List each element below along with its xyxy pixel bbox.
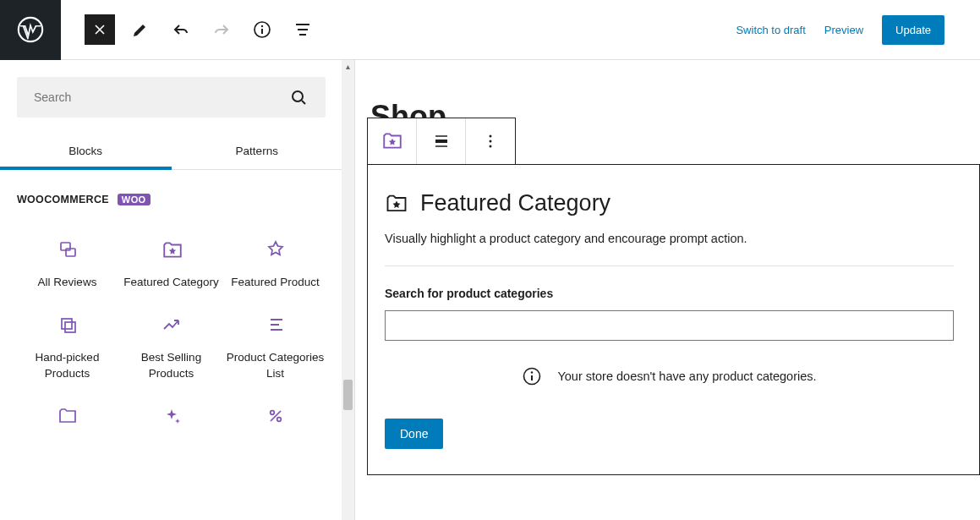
svg-rect-6 — [62, 319, 72, 329]
svg-point-12 — [490, 140, 492, 143]
block-categories-list[interactable]: Product Categories List — [225, 315, 326, 382]
search-categories-label: Search for product categories — [385, 287, 954, 300]
percent-icon — [266, 406, 286, 426]
blocks-grid: All Reviews Featured Category Featured P… — [17, 239, 326, 441]
sidebar-scrollbar[interactable]: ▴ — [342, 60, 354, 520]
block-hand-picked[interactable]: Hand-picked Products — [17, 315, 118, 382]
woo-badge: Woo — [118, 194, 151, 205]
block-best-selling[interactable]: Best Selling Products — [121, 315, 222, 382]
align-button[interactable] — [417, 118, 466, 164]
undo-button[interactable] — [166, 14, 196, 45]
block-item[interactable] — [17, 406, 118, 441]
editor-canvas: Shop Featured Category Visually highligh… — [355, 60, 980, 520]
tab-blocks[interactable]: Blocks — [0, 133, 172, 169]
search-icon — [288, 87, 309, 107]
edit-tool-button[interactable] — [125, 14, 156, 45]
placeholder-description: Visually highlight a product category an… — [385, 232, 954, 266]
block-label: Hand-picked Products — [17, 350, 118, 382]
empty-state: Your store doesn't have any product cate… — [385, 366, 954, 386]
block-search[interactable] — [17, 77, 326, 118]
placeholder-header: Featured Category — [385, 190, 954, 216]
scroll-up-arrow[interactable]: ▴ — [342, 60, 354, 73]
svg-point-0 — [19, 18, 42, 41]
block-label: Product Categories List — [225, 350, 326, 382]
empty-message: Your store doesn't have any product cate… — [557, 369, 816, 383]
info-icon — [522, 366, 542, 386]
block-label: Featured Category — [123, 275, 219, 291]
woocommerce-category-header: WOOCOMMERCE Woo — [17, 194, 326, 205]
block-label: Best Selling Products — [121, 350, 222, 382]
featured-category-icon — [162, 239, 182, 260]
more-options-button[interactable] — [466, 118, 515, 164]
featured-category-placeholder: Featured Category Visually highlight a p… — [367, 164, 980, 475]
content-area: Blocks Patterns WOOCOMMERCE Woo All Revi… — [0, 60, 980, 520]
inserter-sidebar: Blocks Patterns WOOCOMMERCE Woo All Revi… — [0, 60, 355, 520]
info-button[interactable] — [247, 14, 277, 45]
folder-icon — [57, 406, 78, 426]
trending-icon — [162, 315, 182, 335]
category-search-input[interactable] — [385, 310, 954, 341]
scroll-thumb[interactable] — [343, 380, 353, 410]
sparkle-icon — [162, 406, 182, 426]
svg-point-11 — [490, 135, 492, 138]
svg-rect-7 — [65, 322, 75, 332]
featured-category-icon — [385, 192, 408, 216]
tab-patterns[interactable]: Patterns — [172, 133, 343, 169]
hand-picked-icon — [57, 315, 78, 335]
preview-button[interactable]: Preview — [824, 24, 863, 36]
redo-button[interactable] — [206, 14, 237, 45]
wordpress-logo[interactable] — [0, 0, 61, 60]
block-item[interactable] — [225, 406, 326, 441]
featured-product-icon — [266, 239, 286, 260]
block-label: Featured Product — [231, 275, 319, 291]
svg-point-3 — [293, 91, 303, 101]
close-inserter-button[interactable] — [85, 14, 115, 45]
reviews-icon — [57, 239, 78, 260]
switch-draft-button[interactable]: Switch to draft — [736, 24, 805, 36]
done-button[interactable]: Done — [385, 419, 443, 449]
svg-point-13 — [490, 145, 492, 148]
svg-rect-10 — [435, 140, 447, 143]
update-button[interactable]: Update — [882, 15, 944, 45]
placeholder-title: Featured Category — [420, 190, 610, 216]
svg-point-2 — [261, 25, 263, 27]
search-input[interactable] — [34, 90, 288, 104]
block-featured-product[interactable]: Featured Product — [225, 239, 326, 291]
inserter-tabs: Blocks Patterns — [0, 133, 342, 170]
block-toolbar — [367, 118, 516, 165]
topbar: Switch to draft Preview Update — [0, 0, 980, 60]
svg-point-8 — [270, 410, 274, 414]
toolbar-left — [61, 14, 318, 45]
block-type-button[interactable] — [368, 118, 417, 164]
block-featured-category[interactable]: Featured Category — [121, 239, 222, 291]
block-label: All Reviews — [38, 275, 97, 291]
list-view-button[interactable] — [287, 14, 318, 45]
block-item[interactable] — [121, 406, 222, 441]
toolbar-right: Switch to draft Preview Update — [736, 15, 980, 45]
svg-point-9 — [276, 417, 281, 421]
category-label: WOOCOMMERCE — [17, 194, 109, 205]
block-all-reviews[interactable]: All Reviews — [17, 239, 118, 291]
svg-point-15 — [531, 371, 533, 373]
list-icon — [266, 315, 286, 335]
